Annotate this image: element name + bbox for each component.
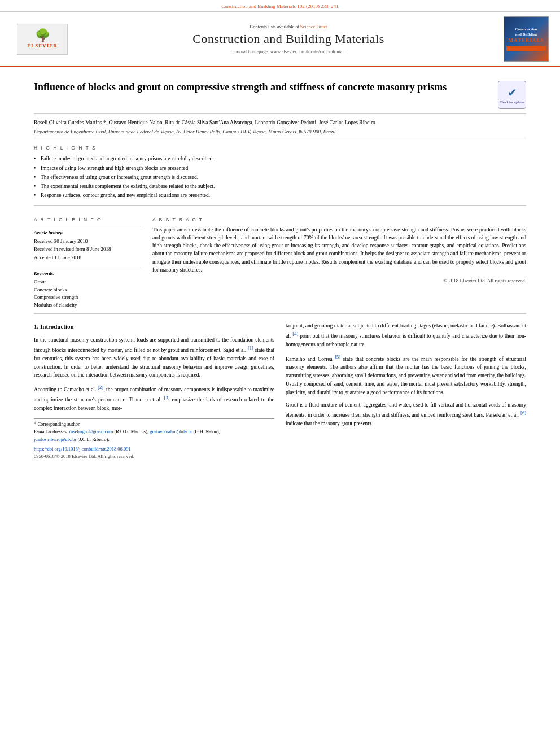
sciencedirect-link[interactable]: ScienceDirect <box>300 24 327 29</box>
article-info-abstract-section: A R T I C L E I N F O Article history: R… <box>34 211 526 309</box>
keyword-3: Compressive strength <box>34 294 141 302</box>
journal-title: Construction and Building Materials <box>73 32 504 46</box>
highlight-5: Response surfaces, contour graphs, and n… <box>34 191 526 200</box>
ref-6[interactable]: [6] <box>520 410 526 416</box>
elsevier-logo: 🌳 ELSEVIER <box>11 24 73 55</box>
body-text-section: 1. Introduction In the structural masonr… <box>34 322 526 460</box>
cover-color-bar <box>506 46 546 51</box>
keyword-1: Grout <box>34 278 141 286</box>
keywords-label: Keywords: <box>34 270 141 276</box>
keyword-4: Modulus of elasticity <box>34 302 141 309</box>
body-para-4: Ramalho and Correa [5] state that concre… <box>286 353 526 397</box>
page: Construction and Building Materials 182 … <box>0 0 560 747</box>
authors-section: Roseli Oliveira Guedes Martins *, Gustav… <box>34 119 526 126</box>
received-revised-date: Received in revised form 8 June 2018 <box>34 246 141 253</box>
abstract-section: This paper aims to evaluate the influenc… <box>152 226 526 285</box>
main-content: Influence of blocks and grout on compres… <box>0 67 560 472</box>
abstract-text: This paper aims to evaluate the influenc… <box>152 226 526 274</box>
check-updates-label: Check for updates <box>500 101 524 104</box>
accepted-date: Accepted 11 June 2018 <box>34 254 141 261</box>
footnote-email1-name: (R.O.G. Martins), <box>114 429 148 434</box>
footnote-email3: jcarlos.ribeiro@ufv.br (J.C.L. Ribeiro). <box>34 436 274 443</box>
article-history-label: Article history: <box>34 230 141 235</box>
highlights-list: Failure modes of grouted and ungrouted m… <box>34 154 526 200</box>
body-right-col: tar joint, and grouting material subject… <box>286 322 526 460</box>
highlights-label: H I G H L I G H T S <box>34 145 526 151</box>
abstract-label: A B S T R A C T <box>152 217 526 222</box>
contents-text: Contents lists available at <box>250 24 299 29</box>
doi-link[interactable]: https://doi.org/10.1016/j.conbuildmat.20… <box>34 445 274 453</box>
contents-line: Contents lists available at ScienceDirec… <box>73 24 504 29</box>
ref-4[interactable]: [4] <box>292 331 298 337</box>
keywords-section: Keywords: Grout Concrete blocks Compress… <box>34 267 141 309</box>
body-para-2: According to Camacho et al. [2], the pro… <box>34 384 274 412</box>
copyright-line: © 2018 Elsevier Ltd. All rights reserved… <box>152 277 526 285</box>
journal-cover-image: Constructionand Building MATERIALS <box>504 16 549 62</box>
footnote-section: * Corresponding author. E-mail addresses… <box>34 418 274 461</box>
footnote-email3-name: (J.C.L. Ribeiro). <box>77 436 109 442</box>
journal-citation-bar: Construction and Building Materials 182 … <box>0 0 560 12</box>
ref-2[interactable]: [2] <box>98 385 103 390</box>
elsevier-logo-image: 🌳 ELSEVIER <box>17 24 68 55</box>
highlight-1: Failure modes of grouted and ungrouted m… <box>34 154 526 163</box>
footnote-email-label: E-mail addresses: <box>34 429 68 434</box>
elsevier-tree-icon: 🌳 <box>35 29 50 42</box>
issn-line: 0950-0618/© 2018 Elsevier Ltd. All right… <box>34 453 274 460</box>
highlight-3: The effectiveness of using grout or incr… <box>34 173 526 182</box>
body-left-col: 1. Introduction In the structural masonr… <box>34 322 274 460</box>
section-1-title: 1. Introduction <box>34 322 274 331</box>
rule-before-body <box>34 313 526 314</box>
keyword-2: Concrete blocks <box>34 286 141 294</box>
rule-after-highlights <box>34 205 526 206</box>
body-para-1: In the structural masonry construction s… <box>34 336 274 379</box>
cover-materials: MATERIALS <box>509 37 544 43</box>
journal-header: 🌳 ELSEVIER Contents lists available at S… <box>0 12 560 67</box>
received-date: Received 30 January 2018 <box>34 238 141 245</box>
article-title: Influence of blocks and grout on compres… <box>34 81 498 94</box>
check-updates-icon: ✔ <box>508 86 517 99</box>
article-info-col: A R T I C L E I N F O Article history: R… <box>34 211 141 309</box>
footnote-email1-link[interactable]: roseliogm@gmail.com <box>69 429 113 434</box>
authors-text: Roseli Oliveira Guedes Martins *, Gustav… <box>34 120 375 125</box>
abstract-col: A B S T R A C T This paper aims to evalu… <box>152 211 526 309</box>
body-para-5: Grout is a fluid mixture of cement, aggr… <box>286 401 526 427</box>
ref-5[interactable]: [5] <box>335 354 340 360</box>
body-para-3: tar joint, and grouting material subject… <box>286 322 526 348</box>
highlight-2: Impacts of using low strength and high s… <box>34 164 526 173</box>
article-info-section: Article history: Received 30 January 201… <box>34 226 141 261</box>
rule-after-authors <box>34 139 526 139</box>
journal-homepage: journal homepage: www.elsevier.com/locat… <box>73 49 504 54</box>
journal-center: Contents lists available at ScienceDirec… <box>73 24 504 54</box>
article-info-label: A R T I C L E I N F O <box>34 217 141 222</box>
elsevier-wordmark: ELSEVIER <box>27 43 58 49</box>
article-title-section: Influence of blocks and grout on compres… <box>34 81 526 114</box>
ref-1[interactable]: [1] <box>248 345 253 351</box>
footnote-email2-link[interactable]: gustavo.nalon@ufv.br <box>150 429 192 434</box>
affiliation: Departamento de Engenharia Civil, Univer… <box>34 129 526 134</box>
highlight-4: The experimental results complement the … <box>34 182 526 191</box>
footnote-email3-link[interactable]: jcarlos.ribeiro@ufv.br <box>34 436 76 442</box>
cover-construction: Constructionand Building <box>515 27 537 37</box>
ref-3[interactable]: [3] <box>164 395 170 400</box>
citation-text: Construction and Building Materials 182 … <box>221 3 338 9</box>
footnote-email2-name: (G.H. Nalon), <box>194 429 220 434</box>
check-updates-badge: ✔ Check for updates <box>498 81 526 109</box>
footnote-corresponding: * Corresponding author. <box>34 421 274 428</box>
cover-title-text: Constructionand Building MATERIALS <box>509 27 544 44</box>
footnote-emails: E-mail addresses: roseliogm@gmail.com (R… <box>34 429 274 435</box>
